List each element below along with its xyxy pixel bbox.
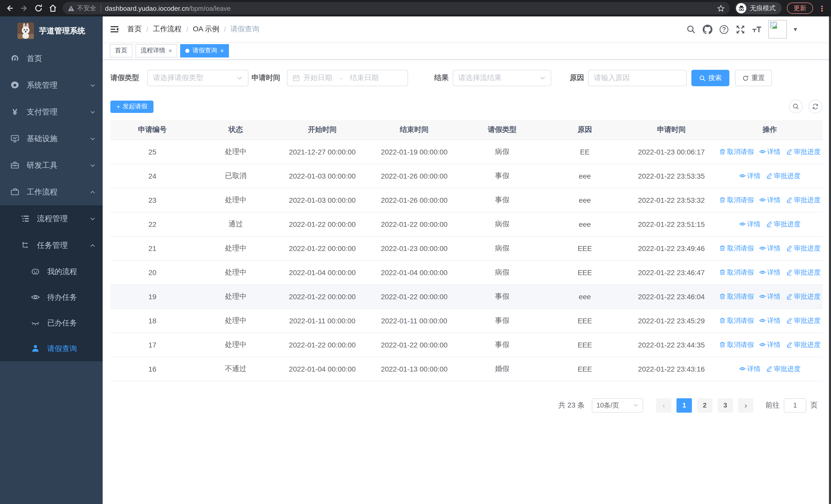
reset-button[interactable]: 重置: [735, 70, 772, 86]
sidebar-item-dev-tools[interactable]: 研发工具: [0, 152, 103, 179]
cell-start: 2022-01-04 00:00:00: [277, 260, 368, 284]
breadcrumb-item: 请假查询: [230, 25, 259, 34]
create-leave-button[interactable]: + 发起请假: [110, 100, 153, 113]
home-icon[interactable]: [48, 4, 57, 13]
sidebar-item-system[interactable]: 系统管理: [0, 72, 103, 98]
tab-close-icon[interactable]: ×: [168, 47, 172, 54]
help-icon[interactable]: [719, 24, 729, 34]
fullscreen-icon[interactable]: [736, 24, 745, 34]
detail-link[interactable]: 详情: [759, 340, 780, 349]
page-size-select[interactable]: 10条/页: [592, 398, 643, 412]
detail-link[interactable]: 详情: [759, 268, 780, 277]
page-button-2[interactable]: 2: [697, 398, 712, 412]
progress-link[interactable]: 审批进度: [785, 340, 821, 349]
cell-type: 事假: [461, 333, 544, 357]
page-button-3[interactable]: 3: [718, 398, 733, 412]
detail-link[interactable]: 详情: [759, 195, 780, 205]
progress-link[interactable]: 审批进度: [785, 268, 821, 277]
prev-page-button[interactable]: ‹: [656, 398, 671, 412]
eye-closed-icon: [31, 318, 40, 327]
cancel-leave-link[interactable]: 取消请假: [719, 316, 754, 325]
window-scrollbar[interactable]: [829, 17, 831, 504]
avatar-caret-icon[interactable]: ▼: [793, 26, 798, 32]
sidebar-collapse-icon[interactable]: [110, 25, 119, 34]
detail-link[interactable]: 详情: [739, 219, 761, 229]
back-icon[interactable]: [5, 4, 15, 13]
refresh-button[interactable]: [808, 99, 822, 113]
cell-reason: EEE: [544, 357, 626, 381]
progress-link[interactable]: 审批进度: [766, 364, 800, 374]
progress-link[interactable]: 审批进度: [766, 171, 800, 180]
apply-time-range-picker[interactable]: 开始日期 - 结束日期: [287, 70, 408, 86]
app-logo[interactable]: 芋道管理系统: [0, 17, 103, 45]
page-button-1[interactable]: 1: [677, 398, 692, 412]
security-chip[interactable]: 不安全: [68, 4, 96, 12]
tab-流程详情[interactable]: 流程详情×: [136, 44, 177, 57]
goto-page-input[interactable]: 1: [784, 398, 806, 412]
progress-link[interactable]: 审批进度: [785, 147, 821, 156]
table-row: 23处理中2022-01-03 00:00:002022-01-26 00:00…: [110, 188, 823, 212]
address-bar[interactable]: 不安全 dashboard.yudao.iocoder.cn/bpm/oa/le…: [63, 2, 730, 14]
sidebar-item-infrastructure[interactable]: 基础设施: [0, 125, 103, 152]
result-select[interactable]: 请选择流结果: [453, 70, 551, 86]
progress-link[interactable]: 审批进度: [785, 195, 821, 205]
browser-menu-icon[interactable]: ⋮: [818, 4, 826, 12]
detail-link[interactable]: 详情: [759, 316, 780, 325]
date-separator: -: [336, 74, 346, 82]
search-icon[interactable]: [686, 24, 696, 34]
leave-type-select[interactable]: 请选择请假类型: [147, 70, 249, 86]
cell-reason: eee: [544, 284, 626, 308]
cancel-leave-link[interactable]: 取消请假: [719, 292, 754, 301]
breadcrumb-item[interactable]: 工作流程: [153, 25, 182, 34]
font-size-icon[interactable]: [752, 24, 762, 34]
detail-link[interactable]: 详情: [739, 364, 761, 374]
progress-link[interactable]: 审批进度: [785, 316, 821, 325]
screen: 不安全 dashboard.yudao.iocoder.cn/bpm/oa/le…: [0, 0, 831, 504]
tab-首页[interactable]: 首页: [110, 44, 133, 57]
cancel-leave-link[interactable]: 取消请假: [719, 243, 754, 253]
sidebar-item-payment[interactable]: ¥ 支付管理: [0, 98, 103, 125]
detail-link[interactable]: 详情: [759, 292, 780, 301]
edit-pen-icon: [766, 365, 772, 372]
next-page-button[interactable]: ›: [738, 398, 753, 412]
progress-link[interactable]: 审批进度: [766, 219, 800, 229]
edit-pen-icon: [785, 197, 792, 203]
cell-status: 处理中: [195, 260, 277, 284]
sidebar-item-workflow[interactable]: 工作流程: [0, 179, 103, 205]
cancel-leave-link[interactable]: 取消请假: [719, 147, 754, 156]
sidebar-item-task-mgmt[interactable]: 任务管理: [0, 232, 103, 259]
reason-input[interactable]: 请输入原因: [588, 70, 687, 86]
chevron-down-icon: [237, 75, 243, 81]
sidebar-item-process-mgmt[interactable]: 流程管理: [0, 205, 103, 232]
table-row: 16不通过2022-01-04 00:00:002022-01-13 00:00…: [110, 357, 823, 381]
breadcrumb-item[interactable]: 首页: [127, 25, 142, 34]
tab-close-icon[interactable]: ×: [220, 47, 224, 54]
detail-link[interactable]: 详情: [759, 243, 780, 253]
tab-请假查询[interactable]: 请假查询×: [180, 44, 229, 57]
avatar[interactable]: [768, 20, 787, 38]
cancel-leave-link[interactable]: 取消请假: [719, 268, 754, 277]
sidebar-item-home[interactable]: 首页: [0, 45, 103, 72]
goto-suffix: 页: [810, 401, 818, 410]
detail-link[interactable]: 详情: [759, 147, 780, 156]
cancel-leave-link[interactable]: 取消请假: [719, 195, 754, 205]
cell-start: 2022-01-22 00:00:00: [277, 212, 368, 236]
breadcrumb-item[interactable]: OA 示例: [193, 25, 220, 34]
sidebar-item-todo-tasks[interactable]: 待办任务: [0, 284, 103, 310]
hide-search-button[interactable]: [789, 99, 803, 113]
cell-type: 事假: [461, 308, 544, 333]
cancel-leave-link[interactable]: 取消请假: [719, 340, 754, 349]
github-icon[interactable]: [703, 24, 712, 34]
progress-link[interactable]: 审批进度: [785, 292, 821, 301]
sidebar-item-my-process[interactable]: 我的流程: [0, 259, 103, 284]
sidebar-item-leave-query[interactable]: 请假查询: [0, 336, 103, 361]
sidebar-item-done-tasks[interactable]: 已办任务: [0, 310, 103, 336]
progress-link[interactable]: 审批进度: [785, 243, 821, 253]
forward-icon[interactable]: [20, 4, 29, 13]
reload-icon[interactable]: [34, 4, 43, 13]
bookmark-star-icon[interactable]: [717, 4, 725, 12]
detail-link[interactable]: 详情: [739, 171, 761, 180]
edit-pen-icon: [785, 148, 792, 155]
browser-update-button[interactable]: 更新: [787, 3, 813, 14]
search-button[interactable]: 搜索: [691, 70, 729, 86]
